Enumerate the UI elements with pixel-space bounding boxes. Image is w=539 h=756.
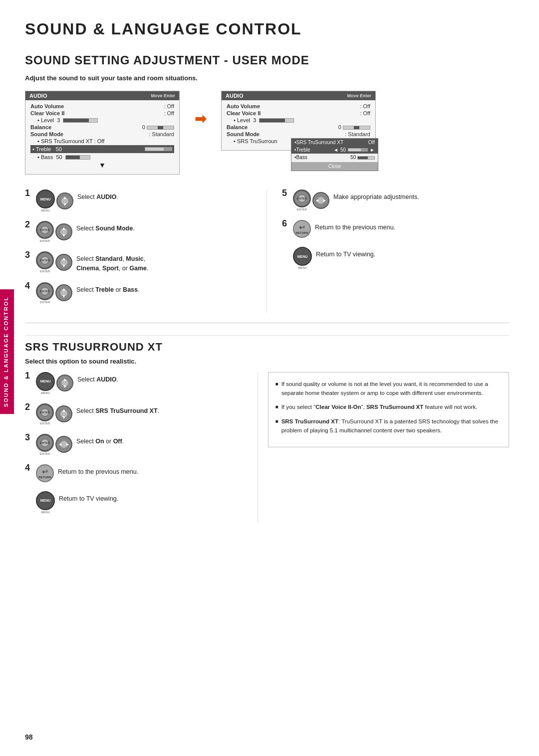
srs-btn-group-2: ENTER ENTER ▲ ▼: [36, 403, 72, 425]
srs-btn-group-menu: MENU MENU: [36, 491, 55, 514]
ap-row-clearvoice-r: Clear Voice II : Off: [227, 110, 370, 116]
note-bullet-3: ■: [275, 417, 278, 435]
ap-row-balance: Balance 0: [30, 124, 174, 130]
section-divider: [25, 323, 509, 323]
step-btn-group-6: ↩ RETURN: [293, 220, 311, 238]
ap-row-soundmode-r: Sound Mode : Standard: [227, 131, 370, 137]
srs-nav-ud-1: ▲ ▼: [56, 375, 73, 391]
srs-btn-group-4: ↩ RETURN: [36, 464, 54, 482]
nav-hint-left: Move Enter: [151, 93, 175, 98]
audio-panel-left: AUDIO Move Enter Auto Volume : Off Clear…: [25, 91, 180, 175]
menu-btn-final: MENU: [293, 247, 312, 266]
step-btn-group-1: MENU MENU ▲ ▼: [36, 189, 73, 212]
nav-ud-btn-1: ▲ ▼: [56, 192, 73, 209]
enter-btn-3: ENTER: [36, 251, 54, 269]
srs-step-num-4: 4: [25, 463, 34, 472]
ap-row-clearvoice: Clear Voice II : Off: [30, 110, 174, 116]
srs-step-text-3: Select On or Off.: [76, 437, 124, 446]
srs-menu-btn-1: MENU: [36, 372, 55, 391]
ap-level-r: • Level 3: [234, 117, 370, 123]
srs-section: SRS TRUSURROUND XT Select this option to…: [25, 335, 509, 523]
audio-panel-right-wrapper: AUDIO Move Enter Auto Volume : Off Clear…: [221, 91, 376, 151]
popup-row-treble: •Treble ◄ 50 ►: [291, 146, 378, 154]
srs-step-2: 2 ENTER ENTER ▲ ▼: [25, 403, 248, 425]
nav-ud-btn-2: ▲ ▼: [55, 223, 72, 240]
srs-menu-btn-final: MENU: [36, 491, 55, 510]
srs-nav-ud-2: ▲ ▼: [55, 405, 72, 422]
step-text-1: Select AUDIO.: [77, 192, 118, 202]
nav-hint-right: Move Enter: [347, 93, 371, 98]
srs-step-num-2: 2: [25, 402, 34, 411]
srs-enter-btn-2: ENTER: [36, 403, 54, 421]
page-number: 98: [25, 733, 33, 741]
audio-panels-row: AUDIO Move Enter Auto Volume : Off Clear…: [25, 91, 509, 175]
scroll-indicator: ▼: [30, 161, 174, 169]
nav-ud-btn-4: ▲ ▼: [55, 284, 72, 301]
srs-step-1: 1 MENU MENU ▲ ▼: [25, 372, 248, 394]
srs-title: SRS TRUSURROUND XT: [25, 341, 509, 354]
step-btn-group-5: ENTER ENTER ◄ ►: [293, 189, 329, 211]
srs-step-menu: MENU MENU Return to TV viewing.: [25, 491, 248, 514]
ap-row-balance-r: Balance 0: [227, 124, 370, 130]
steps-section1: 1 MENU MENU ▲ ▼: [25, 189, 509, 313]
srs-enter-btn-3: ENTER: [36, 434, 54, 452]
step-s1-3: 3 ENTER ENTER ▲ ▼: [25, 251, 252, 273]
level-bar: [63, 118, 98, 123]
audio-label-left: AUDIO: [29, 93, 47, 99]
side-tab-label: SOUND & LANGUAGE CONTROL: [0, 289, 14, 414]
step-btn-group-4: ENTER ENTER ▲ ▼: [36, 282, 72, 304]
step-s1-4: 4 ENTER ENTER ▲ ▼: [25, 282, 252, 304]
srs-step-3: 3 ENTER ENTER ◄ ►: [25, 434, 248, 455]
enter-btn-2: ENTER: [36, 221, 54, 239]
ap-level: • Level 3: [37, 117, 174, 123]
steps-left-s1: 1 MENU MENU ▲ ▼: [25, 189, 267, 313]
note-text-1: If sound quality or volume is not at the…: [281, 379, 502, 398]
audio-panel-right-header: AUDIO Move Enter: [222, 91, 375, 100]
popup-close-btn[interactable]: Close: [291, 162, 378, 171]
step-text-4: Select Treble or Bass.: [76, 285, 139, 295]
step-s1-6: 6 ↩ RETURN Return to the previous menu.: [282, 220, 509, 238]
step-text-2: Select Sound Mode.: [76, 224, 135, 233]
nav-ud-btn-3: ▲ ▼: [55, 254, 72, 271]
step-num-4: 4: [25, 281, 34, 290]
srs-nav-lr-3: ◄ ►: [55, 436, 72, 453]
ap-srs: • SRS TruSurround XT : Off: [37, 138, 174, 144]
section1-subtitle: Adjust the sound to suit your taste and …: [25, 74, 509, 82]
note-bullet-2: ■: [275, 403, 278, 411]
popup-row-bass: •Bass 50: [291, 154, 378, 161]
step-s1-5: 5 ENTER ENTER ◄ ►: [282, 189, 509, 211]
srs-step-num-1: 1: [25, 371, 34, 380]
srs-content: 1 MENU MENU ▲ ▼: [25, 372, 509, 523]
srs-btn-group-3: ENTER ENTER ◄ ►: [36, 434, 72, 455]
enter-btn-5: ENTER: [293, 189, 311, 207]
srs-subtitle: Select this option to sound realistic.: [25, 358, 509, 365]
popup-row-srs: •SRS TruSurround XT Off: [291, 139, 378, 146]
srs-step-4: 4 ↩ RETURN Return to the previous menu.: [25, 464, 248, 482]
page-main-title: SOUND & LANGUAGE CONTROL: [25, 20, 509, 38]
step-s1-menu: MENU MENU Return to TV viewing.: [282, 247, 509, 269]
step-text-6: Return to the previous menu.: [315, 223, 395, 232]
step-btn-group-2: ENTER ENTER ▲ ▼: [36, 221, 72, 242]
srs-step-text-menu: Return to TV viewing.: [59, 494, 118, 504]
arrow-right: ➡: [195, 111, 206, 127]
step-num-3: 3: [25, 250, 34, 259]
srs-steps: 1 MENU MENU ▲ ▼: [25, 372, 258, 523]
srs-return-btn-4: ↩ RETURN: [36, 464, 54, 482]
menu-btn-1: MENU: [36, 189, 55, 208]
step-text-menu: Return to TV viewing.: [316, 250, 375, 259]
nav-lr-btn-5: ◄ ►: [312, 192, 329, 209]
note-bullet-1: ■: [275, 380, 278, 398]
ap-row-autovol: Auto Volume : Off: [30, 103, 174, 109]
section1-title: SOUND SETTING ADJUSTMENT - USER MODE: [25, 53, 509, 67]
step-s1-2: 2 ENTER ENTER ▲ ▼: [25, 221, 252, 242]
note-text-2: If you select "Clear Voice II-On", SRS T…: [281, 402, 478, 411]
ap-row-autovol-r: Auto Volume : Off: [227, 103, 370, 109]
srs-btn-group-1: MENU MENU ▲ ▼: [36, 372, 73, 394]
return-btn-6: ↩ RETURN: [293, 220, 311, 238]
enter-btn-4: ENTER: [36, 282, 54, 300]
audio-panel-left-body: Auto Volume : Off Clear Voice II : Off •…: [25, 100, 179, 172]
step-num-1: 1: [25, 189, 34, 197]
ap-bass: • Bass 50: [37, 154, 174, 160]
srs-popup: •SRS TruSurround XT Off •Treble ◄ 50 ► •…: [291, 138, 378, 171]
step-num-5: 5: [282, 189, 291, 197]
